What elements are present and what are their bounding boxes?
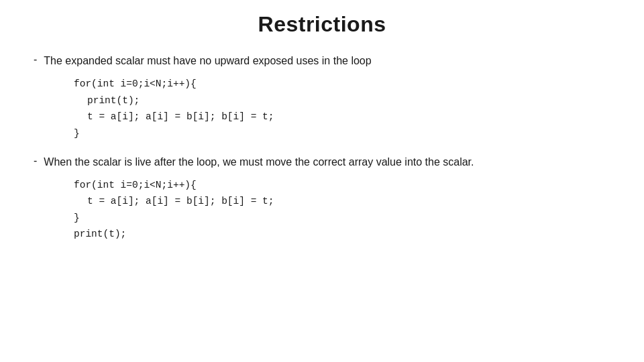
code-block-1: for(int i=0;i<N;i++){ print(t); t = a[i]… xyxy=(74,76,610,142)
code-line-2-3: print(t); xyxy=(74,226,610,243)
content-area: - The expanded scalar must have no upwar… xyxy=(27,53,617,362)
page-title: Restrictions xyxy=(27,0,617,53)
bullet-text-1: The expanded scalar must have no upward … xyxy=(44,53,371,69)
bullet-dash-2: - xyxy=(34,155,37,167)
page: Restrictions - The expanded scalar must … xyxy=(0,0,644,362)
code-line-1-3: } xyxy=(74,125,610,142)
bullet-dash-1: - xyxy=(34,54,37,66)
bullet-section-1: - The expanded scalar must have no upwar… xyxy=(34,53,610,69)
code-line-2-0: for(int i=0;i<N;i++){ xyxy=(74,177,610,194)
code-line-1-0: for(int i=0;i<N;i++){ xyxy=(74,76,610,93)
code-line-1-1: print(t); xyxy=(74,93,610,109)
code-line-2-2: } xyxy=(74,210,610,227)
code-line-2-1: t = a[i]; a[i] = b[i]; b[i] = t; xyxy=(74,193,610,210)
bullet-section-2: - When the scalar is live after the loop… xyxy=(34,154,610,170)
bullet-text-2: When the scalar is live after the loop, … xyxy=(44,154,474,170)
code-block-2: for(int i=0;i<N;i++){ t = a[i]; a[i] = b… xyxy=(74,177,610,243)
code-line-1-2: t = a[i]; a[i] = b[i]; b[i] = t; xyxy=(74,109,610,125)
